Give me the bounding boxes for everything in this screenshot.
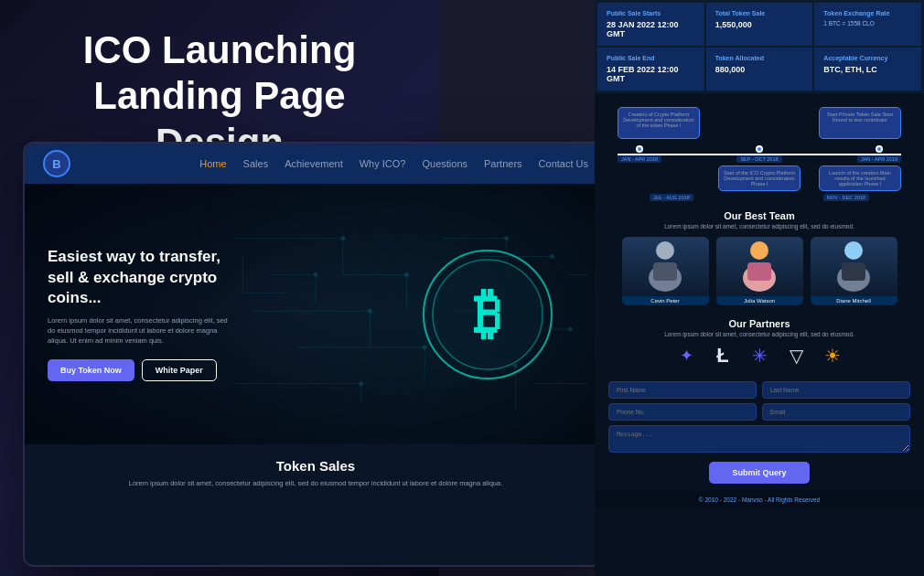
first-name-input[interactable] bbox=[608, 381, 757, 399]
ico-navbar: B Home Sales Achievement Why ICO? Questi… bbox=[25, 144, 607, 184]
svg-point-29 bbox=[359, 381, 363, 386]
timeline-bubble-1: Creation of Crypto Platform Development … bbox=[618, 107, 700, 139]
nav-link-whyico[interactable]: Why ICO? bbox=[360, 158, 406, 169]
footer-text: © 2010 - 2022 - Manvso - All Rights Rese… bbox=[699, 496, 820, 503]
message-textarea[interactable] bbox=[608, 425, 910, 453]
nav-link-achievement[interactable]: Achievement bbox=[285, 158, 343, 169]
person-silhouette-3 bbox=[831, 237, 876, 292]
white-paper-button[interactable]: White Paper bbox=[142, 359, 217, 381]
hero-heading: Easiest way to transfer, sell & exchange… bbox=[48, 247, 231, 307]
ico-footer: © 2010 - 2022 - Manvso - All Rights Rese… bbox=[595, 491, 924, 508]
ico-nav-links: Home Sales Achievement Why ICO? Question… bbox=[199, 158, 588, 169]
person-silhouette-1 bbox=[642, 237, 688, 292]
partners-body: Lorem ipsum dolor sit amet, consectetur … bbox=[608, 331, 910, 337]
team-member-3: Diane Mitchell bbox=[811, 237, 897, 305]
nav-link-home[interactable]: Home bbox=[199, 158, 226, 169]
svg-point-37 bbox=[656, 241, 674, 260]
token-cards: Public Sale Starts 28 JAN 2022 12:00 GMT… bbox=[595, 0, 924, 93]
token-sales-heading: Token Sales bbox=[48, 458, 584, 474]
form-row-2 bbox=[608, 403, 910, 421]
nav-link-questions[interactable]: Questions bbox=[422, 158, 467, 169]
team-name-2: Julia Watson bbox=[716, 296, 803, 305]
svg-rect-45 bbox=[842, 262, 865, 281]
partner-logo-2: Ł bbox=[710, 343, 736, 368]
svg-point-43 bbox=[844, 241, 863, 260]
partner-logo-5: ☀ bbox=[820, 343, 845, 368]
token-card-currency: Acceptable Currency BTC, ETH, LC bbox=[814, 48, 921, 91]
token-sales-body: Lorem ipsum dolor sit amet, consectetur … bbox=[48, 478, 584, 488]
svg-rect-42 bbox=[747, 262, 771, 281]
svg-text:₿: ₿ bbox=[474, 283, 501, 345]
timeline-bubble-bottom-1: Start of the ICO Crypto Platform Develop… bbox=[718, 165, 800, 191]
email-input[interactable] bbox=[762, 403, 910, 421]
team-name-3: Diane Mitchell bbox=[811, 296, 897, 305]
right-panel: Public Sale Starts 28 JAN 2022 12:00 GMT… bbox=[595, 0, 924, 576]
partners-heading: Our Partners bbox=[608, 318, 910, 329]
team-heading: Our Best Team bbox=[608, 210, 910, 221]
nav-link-contact[interactable]: Contact Us bbox=[539, 158, 588, 169]
hero-text: Easiest way to transfer, sell & exchange… bbox=[48, 247, 231, 380]
svg-point-30 bbox=[504, 236, 509, 240]
last-name-input[interactable] bbox=[762, 381, 910, 399]
team-photo-2 bbox=[716, 237, 803, 292]
hero-body: Lorem ipsum dolor sit amet, consectetur … bbox=[48, 315, 231, 347]
token-card-exchange-rate: Token Exchange Rate 1 BTC = 1558 CLO bbox=[814, 3, 921, 46]
nav-link-partners[interactable]: Partners bbox=[484, 158, 522, 169]
svg-point-24 bbox=[340, 236, 345, 240]
contact-form: Submit Query bbox=[595, 374, 924, 491]
team-member-2: Julia Watson bbox=[716, 237, 803, 305]
svg-point-26 bbox=[314, 272, 318, 277]
token-card-total-sale: Total Token Sale 1,550,000 bbox=[706, 3, 813, 46]
team-body: Lorem ipsum dolor sit amet, consectetur … bbox=[608, 223, 910, 229]
partners-section: Our Partners Lorem ipsum dolor sit amet,… bbox=[595, 313, 924, 374]
svg-point-33 bbox=[568, 327, 573, 332]
token-card-public-end: Public Sale End 14 FEB 2022 12:00 GMT bbox=[597, 48, 704, 91]
ico-nav-logo: B bbox=[43, 150, 70, 177]
partner-logo-3: ✳ bbox=[747, 343, 772, 368]
token-card-public-start: Public Sale Starts 28 JAN 2022 12:00 GMT bbox=[597, 3, 704, 46]
svg-point-40 bbox=[750, 241, 768, 260]
svg-point-25 bbox=[404, 272, 409, 277]
token-card-allocated: Token Allocated 880,000 bbox=[706, 48, 813, 91]
ico-hero: Easiest way to transfer, sell & exchange… bbox=[25, 184, 607, 444]
person-silhouette-2 bbox=[736, 237, 782, 292]
team-photo-3 bbox=[811, 237, 897, 292]
phone-input[interactable] bbox=[608, 403, 757, 421]
hero-buttons: Buy Token Now White Paper bbox=[48, 359, 231, 381]
token-sales-section: Token Sales Lorem ipsum dolor sit amet, … bbox=[25, 444, 607, 567]
svg-point-27 bbox=[368, 309, 372, 314]
team-section: Our Best Team Lorem ipsum dolor sit amet… bbox=[595, 203, 924, 313]
team-cards: Cevin Peter Julia Watson bbox=[608, 237, 910, 305]
timeline-section: Creation of Crypto Platform Development … bbox=[595, 93, 924, 203]
team-photo-1 bbox=[622, 237, 709, 292]
partner-logo-4: ▽ bbox=[783, 343, 809, 368]
timeline-bubble-3: Start Private Token Sale Start Round to … bbox=[819, 107, 901, 139]
svg-rect-39 bbox=[653, 262, 677, 281]
form-row-1 bbox=[608, 381, 910, 399]
team-name-1: Cevin Peter bbox=[622, 296, 709, 305]
submit-button[interactable]: Submit Query bbox=[709, 462, 809, 484]
nav-link-sales[interactable]: Sales bbox=[243, 158, 269, 169]
team-member-1: Cevin Peter bbox=[622, 237, 709, 305]
partner-logo-1: ✦ bbox=[673, 343, 699, 368]
bitcoin-circle: ₿ bbox=[414, 241, 561, 388]
partner-logos: ✦ Ł ✳ ▽ ☀ bbox=[608, 343, 910, 368]
timeline-bubble-bottom-2: Launch of the creation Main results of t… bbox=[819, 165, 901, 191]
ico-preview: B Home Sales Achievement Why ICO? Questi… bbox=[23, 142, 608, 567]
buy-token-button[interactable]: Buy Token Now bbox=[48, 359, 134, 381]
